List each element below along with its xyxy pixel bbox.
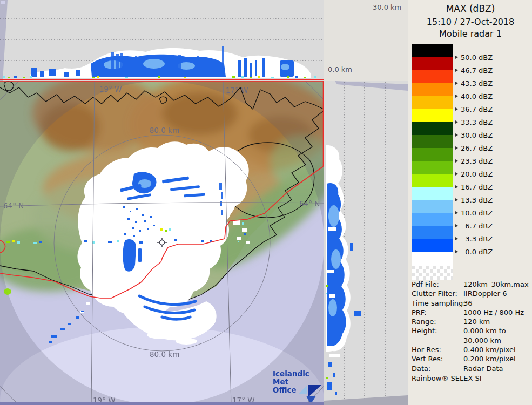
scale-label-row: 16.7 dBZ [455,183,493,191]
height-axis-min-label: 0.0 km [328,65,352,73]
tick-arrow-icon [455,133,458,137]
tick-arrow-icon [455,120,458,124]
radar-map[interactable]: 19° W 17° W 19° W 17° W 64° N 64° N 80.0… [0,81,324,405]
info-row: Height:0.000 km to [412,326,530,335]
scale-label-row: 36.7 dBZ [455,105,493,113]
icelandic-met-office-logo: Icelandic Met Office [273,370,327,403]
scale-label-row: 30.0 dBZ [455,131,493,139]
info-label: Height: [412,326,463,335]
tick-arrow-icon [455,69,458,72]
scale-label-row: 50.0 dBZ [455,53,493,62]
scale-label: 40.0 dBZ [461,92,493,100]
info-row: Pdf File:120km_30km.max [412,280,530,289]
info-label: PRF: [412,308,463,317]
scale-label: 13.3 dBZ [461,196,493,204]
info-row: Vert Res:0.200 km/pixel [412,354,530,363]
scale-label: 10.0 dBZ [461,209,493,217]
info-row: Hor Res:0.400 km/pixel [412,345,530,354]
scale-label-row: 26.7 dBZ [455,144,493,152]
info-label: Range: [412,317,463,326]
scale-band [412,122,453,135]
right-height-profile[interactable] [324,81,408,405]
info-row: Clutter Filter:IIRDoppler 6 [412,289,530,298]
scale-label-row: 23.3 dBZ [455,157,493,165]
scale-label: 43.3 dBZ [461,79,493,87]
scale-label-row: 40.0 dBZ [455,92,493,100]
scale-label: 50.0 dBZ [461,53,493,62]
scale-label: 26.7 dBZ [461,144,493,152]
scale-band [412,161,453,174]
map-bottom-bar [0,402,324,405]
scale-band [412,187,453,200]
tick-arrow-icon [455,146,458,150]
info-row: Range:120 km [412,317,530,326]
scale-band [412,226,453,239]
latitude-64n-right-label: 64° N [299,199,320,208]
info-value: 0.200 km/pixel [463,354,530,363]
info-label [412,336,463,345]
info-row: 30.000 km [412,336,530,345]
scale-band [412,96,453,109]
scale-label-row: 46.7 dBZ [455,66,493,75]
radar-name: Mobile radar 1 [408,29,532,39]
scale-band [412,70,453,83]
scale-label: 6.7 dBZ [461,222,493,230]
tick-arrow-icon [455,159,458,163]
info-value: 0.000 km to [463,326,530,335]
scale-band [412,44,453,57]
scale-band [412,148,453,161]
tick-arrow-icon [455,224,458,227]
range-ring-80km-top-label: 80.0 km [150,126,179,134]
scale-label: 46.7 dBZ [461,66,493,75]
scale-label: 16.7 dBZ [461,183,493,191]
info-value: 30.000 km [463,336,530,345]
scale-label: 20.0 dBZ [461,170,493,178]
product-info-block: Pdf File:120km_30km.max Clutter Filter:I… [412,280,530,373]
product-title: MAX (dBZ) [408,3,532,14]
info-label: Pdf File: [412,280,463,289]
axis-corner-area: 30.0 km 0.0 km [324,0,408,81]
scale-label: 33.3 dBZ [461,118,493,126]
scan-datetime: 15:10 / 27-Oct-2018 [408,17,532,27]
info-label: Time sampling: [412,299,463,308]
tick-arrow-icon [455,198,458,201]
scale-band [412,239,453,252]
scale-band [412,213,453,226]
top-height-profile[interactable] [0,0,324,81]
tick-arrow-icon [455,250,458,253]
scale-label-row: 0.0 dBZ [455,247,493,256]
tick-arrow-icon [455,107,458,111]
scale-band [412,174,453,187]
info-value: 120km_30km.max [463,280,530,289]
scale-label-row: 43.3 dBZ [455,79,493,87]
top-strip-corner-mark [1,1,5,4]
tick-arrow-icon [455,185,458,188]
info-label: Hor Res: [412,345,463,354]
tick-arrow-icon [455,56,458,59]
scale-band [412,200,453,213]
radar-map-viewport[interactable]: 19° W 17° W 19° W 17° W 64° N 64° N 80.0… [0,81,324,405]
scale-label: 23.3 dBZ [461,157,493,165]
scale-label-row: 33.3 dBZ [455,118,493,126]
scale-label-row: 6.7 dBZ [455,221,493,230]
scale-band [412,57,453,70]
info-label: Vert Res: [412,354,463,363]
info-row: Data:Radar Data [412,364,530,373]
info-value: IIRDoppler 6 [463,289,530,298]
scale-label: 36.7 dBZ [461,105,493,113]
scale-band-transparent [412,266,453,280]
info-value: 0.400 km/pixel [463,345,530,354]
info-value: 36 [463,299,530,308]
info-label: Data: [412,364,463,373]
scale-band [412,135,453,148]
scale-label-row: 3.3 dBZ [455,234,493,243]
scale-label: 3.3 dBZ [461,235,493,243]
software-brand: Rainbow® SELEX-SI [412,374,482,382]
scale-label-row: 13.3 dBZ [455,195,493,204]
radar-application-window: 30.0 km 0.0 km [0,0,532,405]
meridian-19w-top-label: 19° W [99,85,122,93]
tick-arrow-icon [455,237,458,240]
range-ring-80km-bottom-label: 80.0 km [150,350,179,359]
tick-arrow-icon [455,94,458,98]
legend-panel: MAX (dBZ) 15:10 / 27-Oct-2018 Mobile rad… [408,0,532,405]
